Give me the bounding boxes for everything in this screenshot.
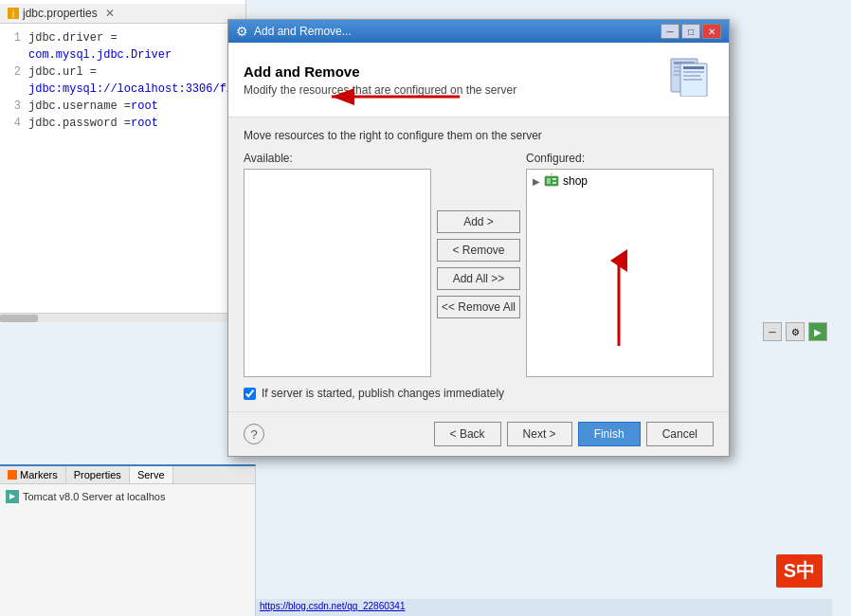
- expand-arrow-icon: ▶: [533, 176, 540, 187]
- svg-rect-12: [552, 178, 556, 180]
- help-button[interactable]: ?: [244, 424, 264, 444]
- publish-checkbox-row: If server is started, publish changes im…: [244, 387, 714, 400]
- publish-checkbox[interactable]: [244, 388, 256, 400]
- svg-rect-9: [683, 79, 702, 81]
- svg-rect-13: [552, 182, 556, 184]
- modal-controls: ─ □ ✕: [661, 24, 721, 39]
- maximize-button[interactable]: □: [681, 24, 700, 39]
- configured-panel: Configured: ▶: [526, 152, 714, 377]
- svg-marker-14: [551, 173, 552, 175]
- configured-item-name: shop: [563, 174, 588, 188]
- finish-button[interactable]: Finish: [578, 422, 641, 446]
- available-panel: Available:: [244, 152, 431, 377]
- svg-rect-8: [683, 75, 700, 77]
- svg-rect-6: [683, 66, 704, 69]
- next-button[interactable]: Next >: [507, 422, 572, 446]
- cancel-button[interactable]: Cancel: [646, 422, 714, 446]
- configured-label: Configured:: [526, 152, 714, 165]
- svg-rect-7: [683, 71, 704, 73]
- modal-heading: Add and Remove: [244, 63, 516, 80]
- modal-dialog: ⚙ Add and Remove... ─ □ ✕ Add and Remove…: [227, 19, 730, 457]
- server-pages-icon: [666, 54, 714, 105]
- modal-header-text: Add and Remove Modify the resources that…: [244, 63, 516, 97]
- list-item[interactable]: ▶ shop: [527, 170, 713, 192]
- available-list[interactable]: [244, 169, 431, 377]
- modal-instruction: Move resources to the right to configure…: [244, 129, 714, 142]
- remove-all-button[interactable]: << Remove All: [437, 296, 520, 318]
- footer-buttons: < Back Next > Finish Cancel: [434, 422, 714, 446]
- modal-footer: ? < Back Next > Finish Cancel: [228, 411, 729, 456]
- resources-section: Available: Add > < Remove Add All >> << …: [244, 152, 714, 377]
- close-button[interactable]: ✕: [702, 24, 721, 39]
- minimize-button[interactable]: ─: [661, 24, 679, 39]
- add-button[interactable]: Add >: [437, 210, 520, 233]
- publish-label: If server is started, publish changes im…: [262, 387, 504, 400]
- transfer-buttons: Add > < Remove Add All >> << Remove All: [431, 152, 526, 377]
- modal-titlebar: ⚙ Add and Remove... ─ □ ✕: [228, 20, 729, 43]
- modal-title-left: ⚙ Add and Remove...: [236, 24, 352, 39]
- modal-overlay: ⚙ Add and Remove... ─ □ ✕ Add and Remove…: [0, 0, 851, 616]
- back-button[interactable]: < Back: [434, 422, 501, 446]
- web-app-icon: [544, 173, 559, 189]
- modal-header: Add and Remove Modify the resources that…: [228, 43, 729, 118]
- modal-subheading: Modify the resources that are configured…: [244, 83, 516, 97]
- dialog-icon: ⚙: [236, 24, 248, 39]
- modal-title-text: Add and Remove...: [254, 25, 352, 38]
- add-all-button[interactable]: Add All >>: [437, 267, 520, 290]
- remove-button[interactable]: < Remove: [437, 239, 520, 262]
- available-label: Available:: [244, 152, 431, 165]
- configured-list[interactable]: ▶ shop: [526, 169, 714, 377]
- svg-rect-11: [547, 178, 551, 184]
- modal-body: Move resources to the right to configure…: [228, 118, 729, 411]
